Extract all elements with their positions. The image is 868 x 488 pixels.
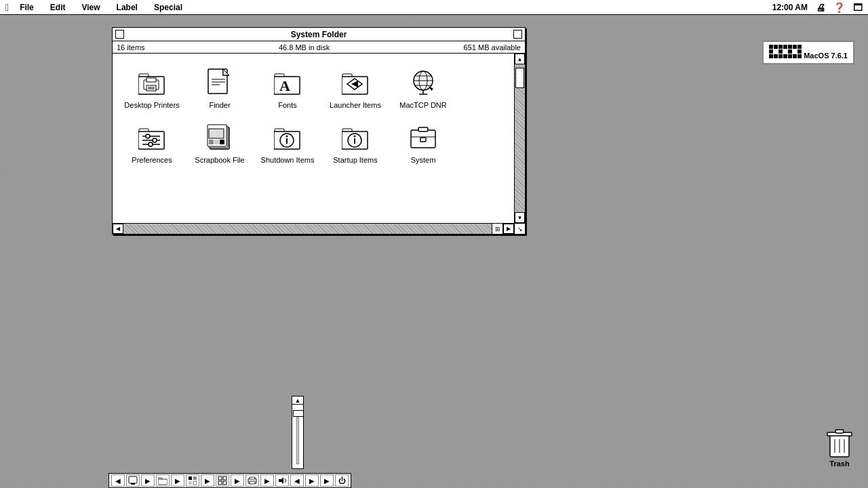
mactcp-dnr-icon: [407, 66, 439, 98]
launcher-arrow-3[interactable]: ▶: [201, 474, 214, 487]
svg-point-52: [149, 142, 153, 146]
menu-file[interactable]: File: [17, 1, 37, 14]
mactcp-dnr-label: MacTCP DNR: [399, 101, 446, 110]
menu-special[interactable]: Special: [151, 1, 185, 14]
svg-rect-7: [769, 49, 773, 54]
resize-grid-button[interactable]: ⊞: [492, 224, 503, 234]
launcher-arrow-2[interactable]: ▶: [171, 474, 184, 487]
scroll-down-button[interactable]: ▼: [515, 212, 525, 223]
svg-rect-16: [793, 54, 797, 58]
launcher-app-volume[interactable]: [275, 474, 289, 487]
grid-pattern-icon: [769, 45, 802, 58]
printer-icon[interactable]: 🖨: [816, 2, 825, 13]
icon-scrapbook[interactable]: Scrapbook File: [187, 115, 252, 170]
scroll-h-track: [123, 224, 492, 234]
svg-rect-59: [220, 140, 224, 144]
volume-handle[interactable]: [293, 410, 304, 417]
volume-top-button[interactable]: ▲: [292, 396, 304, 404]
icon-desktop-printers[interactable]: Desktop Printers: [119, 60, 184, 115]
preferences-icon: [136, 121, 168, 153]
menu-label[interactable]: Label: [114, 1, 140, 14]
launcher-vol-down[interactable]: ◀: [290, 474, 304, 487]
launcher-items-icon: [339, 66, 372, 98]
svg-rect-0: [769, 45, 773, 49]
svg-rect-56: [209, 129, 224, 138]
system-folder-window: System Folder 16 items 46.8 MB in disk 6…: [112, 27, 526, 235]
launcher-back-button[interactable]: ◀: [111, 474, 125, 487]
svg-rect-12: [774, 54, 778, 58]
icon-mactcp-dnr[interactable]: MacTCP DNR: [391, 60, 456, 115]
scroll-right-button[interactable]: ▶: [503, 224, 514, 234]
resize-window-button[interactable]: ↘: [514, 224, 525, 234]
scroll-track: [515, 64, 525, 212]
launcher-arrow-6[interactable]: ▶: [320, 474, 334, 487]
volume-slider-container: [292, 404, 304, 469]
launcher-arrow-4[interactable]: ▶: [231, 474, 244, 487]
svg-rect-13: [778, 54, 783, 58]
svg-rect-88: [218, 476, 222, 480]
volume-track: [296, 410, 299, 464]
scroll-thumb[interactable]: [515, 68, 524, 88]
svg-rect-5: [793, 45, 797, 49]
launcher-app-monitor[interactable]: [126, 474, 140, 487]
launcher-power-button[interactable]: ⏻: [335, 474, 349, 487]
svg-rect-11: [769, 54, 773, 58]
launcher-app-folder[interactable]: [156, 474, 170, 487]
svg-rect-93: [250, 477, 255, 479]
scroll-up-button[interactable]: ▲: [515, 54, 525, 64]
icon-preferences[interactable]: Preferences: [119, 115, 184, 170]
svg-rect-84: [189, 476, 192, 480]
icon-launcher-items[interactable]: Launcher Items: [323, 60, 388, 115]
svg-rect-2: [778, 45, 783, 49]
launcher-app-grid[interactable]: [216, 474, 229, 487]
svg-rect-81: [131, 483, 135, 485]
menu-edit[interactable]: Edit: [47, 1, 68, 14]
svg-point-64: [286, 136, 288, 138]
items-count: 16 items: [117, 43, 145, 52]
trash-icon-container[interactable]: Trash: [825, 426, 854, 468]
launcher-app-color[interactable]: [186, 474, 199, 487]
launcher-arrow-5[interactable]: ▶: [260, 474, 274, 487]
window-scroll-content: Desktop Printers: [113, 54, 514, 223]
apple-menu[interactable]: : [5, 2, 9, 13]
svg-rect-80: [129, 476, 137, 483]
window-content: Desktop Printers: [113, 54, 525, 223]
svg-point-48: [146, 134, 150, 138]
icon-shutdown-items[interactable]: Shutdown Items: [255, 115, 320, 170]
startup-items-icon: [339, 121, 372, 153]
fonts-label: Fonts: [278, 101, 297, 110]
svg-rect-17: [797, 54, 802, 58]
svg-point-69: [354, 136, 356, 138]
window-close-button[interactable]: [115, 30, 124, 39]
svg-point-50: [153, 138, 157, 142]
scroll-left-button[interactable]: ◀: [113, 224, 123, 234]
finder-label: Finder: [209, 101, 230, 110]
svg-rect-89: [223, 476, 226, 480]
menu-view[interactable]: View: [79, 1, 102, 14]
volume-widget: ▲: [292, 396, 304, 469]
icon-startup-items[interactable]: Startup Items: [323, 115, 388, 170]
svg-marker-95: [279, 477, 283, 484]
launcher-app-printer[interactable]: [245, 474, 259, 487]
svg-rect-91: [223, 481, 226, 485]
launcher-items-label: Launcher Items: [330, 101, 381, 110]
icon-finder[interactable]: Finder: [187, 60, 252, 115]
launcher-bar: ◀ ▶ ▶ ▶ ▶ ▶ ◀ ▶ ▶ ⏻: [108, 473, 351, 488]
svg-rect-87: [193, 481, 197, 485]
icon-system[interactable]: System: [391, 115, 456, 170]
svg-rect-94: [250, 481, 255, 484]
launcher-vol-up[interactable]: ▶: [305, 474, 319, 487]
svg-rect-9: [788, 49, 792, 54]
window-icon[interactable]: 🗔: [853, 2, 863, 13]
svg-rect-90: [218, 481, 222, 485]
svg-text:A: A: [279, 77, 290, 94]
launcher-arrow-1[interactable]: ▶: [141, 474, 155, 487]
svg-rect-79: [835, 430, 844, 433]
window-zoom-button[interactable]: [513, 30, 522, 39]
help-icon[interactable]: ❓: [833, 2, 845, 13]
svg-rect-85: [193, 476, 197, 480]
svg-rect-8: [778, 49, 783, 54]
scrapbook-icon: [203, 121, 236, 153]
window-title-bar: System Folder: [113, 28, 525, 41]
icon-fonts[interactable]: A Fonts: [255, 60, 320, 115]
